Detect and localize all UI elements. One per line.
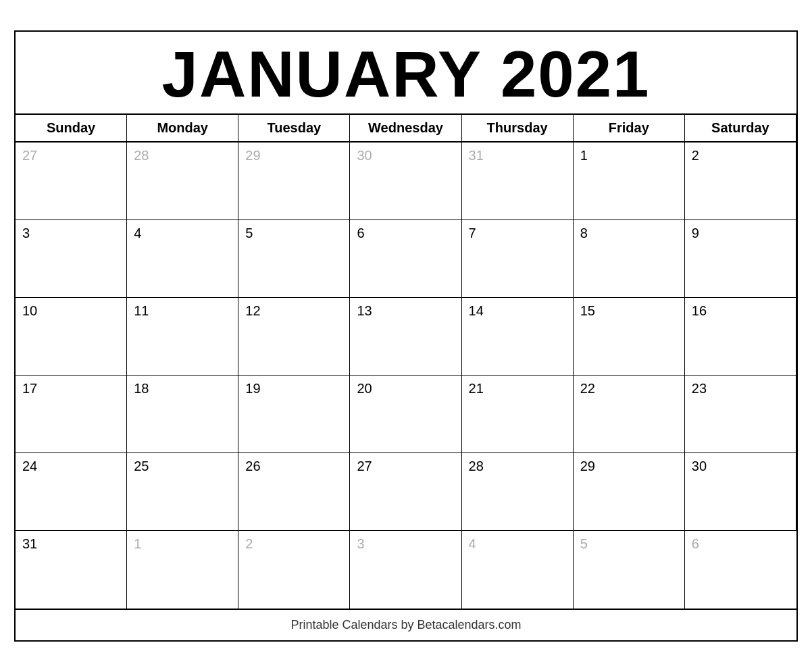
- day-cell[interactable]: 6: [350, 220, 461, 298]
- header-saturday: Saturday: [685, 115, 796, 143]
- day-cell[interactable]: 5: [238, 220, 350, 298]
- day-cell[interactable]: 16: [685, 298, 796, 376]
- header-thursday: Thursday: [462, 115, 574, 143]
- day-cell[interactable]: 30: [685, 453, 796, 531]
- day-cell[interactable]: 18: [127, 376, 238, 453]
- day-cell[interactable]: 3: [16, 220, 127, 298]
- calendar-grid: Sunday Monday Tuesday Wednesday Thursday…: [16, 115, 796, 609]
- day-cell[interactable]: 17: [16, 376, 127, 453]
- header-tuesday: Tuesday: [238, 115, 350, 143]
- day-cell[interactable]: 20: [350, 376, 461, 453]
- header-wednesday: Wednesday: [350, 115, 461, 143]
- day-cell[interactable]: 26: [238, 453, 350, 531]
- day-cell[interactable]: 13: [350, 298, 461, 376]
- header-monday: Monday: [127, 115, 238, 143]
- calendar-footer: Printable Calendars by Betacalendars.com: [16, 609, 796, 640]
- day-cell[interactable]: 25: [127, 453, 238, 531]
- day-cell[interactable]: 30: [350, 143, 461, 220]
- calendar-title: JANUARY 2021: [16, 32, 796, 115]
- day-cell[interactable]: 10: [16, 298, 127, 376]
- day-cell[interactable]: 14: [462, 298, 574, 376]
- day-cell[interactable]: 1: [127, 531, 238, 609]
- day-cell[interactable]: 31: [462, 143, 574, 220]
- day-cell[interactable]: 22: [574, 376, 685, 453]
- day-cell[interactable]: 6: [685, 531, 796, 609]
- day-cell[interactable]: 19: [238, 376, 350, 453]
- day-cell[interactable]: 2: [238, 531, 350, 609]
- day-cell[interactable]: 28: [462, 453, 574, 531]
- day-cell[interactable]: 11: [127, 298, 238, 376]
- day-cell[interactable]: 28: [127, 143, 238, 220]
- header-friday: Friday: [574, 115, 685, 143]
- day-cell[interactable]: 29: [574, 453, 685, 531]
- day-cell[interactable]: 1: [574, 143, 685, 220]
- day-cell[interactable]: 2: [685, 143, 796, 220]
- day-cell[interactable]: 21: [462, 376, 574, 453]
- day-cell[interactable]: 24: [16, 453, 127, 531]
- day-cell[interactable]: 15: [574, 298, 685, 376]
- day-cell[interactable]: 12: [238, 298, 350, 376]
- calendar-container: JANUARY 2021 Sunday Monday Tuesday Wedne…: [14, 30, 798, 642]
- day-cell[interactable]: 23: [685, 376, 796, 453]
- day-cell[interactable]: 3: [350, 531, 461, 609]
- header-sunday: Sunday: [16, 115, 127, 143]
- day-cell[interactable]: 4: [127, 220, 238, 298]
- day-cell[interactable]: 27: [350, 453, 461, 531]
- day-cell[interactable]: 8: [574, 220, 685, 298]
- day-cell[interactable]: 29: [238, 143, 350, 220]
- day-cell[interactable]: 7: [462, 220, 574, 298]
- day-cell[interactable]: 4: [462, 531, 574, 609]
- day-cell[interactable]: 31: [16, 531, 127, 609]
- day-cell[interactable]: 9: [685, 220, 796, 298]
- day-cell[interactable]: 27: [16, 143, 127, 220]
- day-cell[interactable]: 5: [574, 531, 685, 609]
